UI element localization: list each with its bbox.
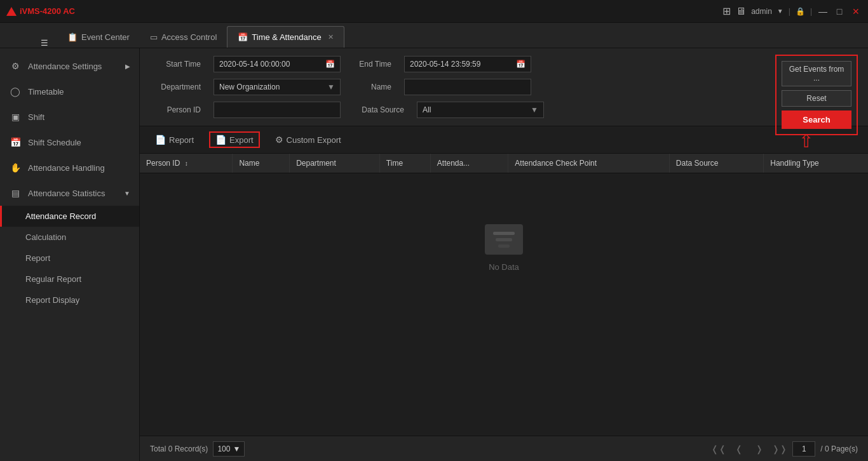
total-records: Total 0 Record(s) <box>150 444 208 453</box>
filter-row-3: Person ID Data Source All ▼ <box>150 102 858 118</box>
expand-arrow-statistics-icon: ▼ <box>124 190 130 197</box>
end-time-label: End Time <box>353 60 391 69</box>
shift-schedule-icon: 📅 <box>9 136 22 149</box>
last-page-button[interactable]: ❭❭ <box>772 441 787 457</box>
data-source-label: Data Source <box>353 105 404 114</box>
start-time-label: Start Time <box>150 60 201 69</box>
col-attendance[interactable]: Attenda... <box>430 154 508 173</box>
sidebar-item-report[interactable]: Report <box>0 248 139 269</box>
filter-bar: Start Time 2020-05-14 00:00:00 📅 End Tim… <box>140 48 868 126</box>
sidebar-item-shift[interactable]: ▣ Shift <box>0 104 139 130</box>
attendance-handling-icon: ✋ <box>9 161 22 174</box>
attendance-statistics-icon: ▤ <box>9 187 22 199</box>
action-panel: Get Events from ... Reset Search ⇧ <box>775 55 858 135</box>
shift-icon: ▣ <box>9 110 22 123</box>
export-button[interactable]: 📄 Export <box>209 131 260 148</box>
department-select[interactable]: New Organization ▼ <box>214 79 341 95</box>
col-check-point[interactable]: Attendance Check Point <box>508 154 669 173</box>
app-title: iVMS-4200 AC <box>20 6 75 16</box>
sidebar-item-calculation[interactable]: Calculation <box>0 227 139 248</box>
person-id-input[interactable] <box>214 102 341 118</box>
no-data-icon <box>485 224 523 255</box>
maximize-button[interactable]: □ <box>834 6 845 17</box>
data-table: Person ID ↕ Name Department Time Attenda… <box>140 154 868 173</box>
event-center-icon: 📋 <box>67 32 78 42</box>
filter-row-2: Department New Organization ▼ Name <box>150 79 858 95</box>
tab-event-center[interactable]: 📋 Event Center <box>57 26 140 48</box>
sidebar-item-regular-report[interactable]: Regular Report <box>0 269 139 290</box>
monitor-icon: 🖥 <box>736 6 746 17</box>
name-input[interactable] <box>404 79 531 95</box>
titlebar: iVMS-4200 AC ⊞ 🖥 admin ▼ | 🔒 | — □ ✕ <box>0 0 868 23</box>
filter-row-1: Start Time 2020-05-14 00:00:00 📅 End Tim… <box>150 56 858 72</box>
no-data-line1 <box>493 232 515 235</box>
access-control-icon: ▭ <box>150 32 158 42</box>
time-attendance-icon: 📅 <box>238 32 248 42</box>
sidebar-menu: ⚙ Attendance Settings ▶ ◯ Timetable ▣ Sh… <box>0 48 139 311</box>
start-time-input[interactable]: 2020-05-14 00:00:00 📅 <box>214 56 341 72</box>
lock-icon: 🔒 <box>796 7 805 16</box>
sidebar-item-attendance-record[interactable]: Attendance Record <box>0 206 139 227</box>
export-icon: 📄 <box>215 135 226 145</box>
end-time-input[interactable]: 2020-05-14 23:59:59 📅 <box>404 56 531 72</box>
get-events-button[interactable]: Get Events from ... <box>782 61 851 86</box>
user-dropdown-icon[interactable]: ▼ <box>777 8 783 15</box>
col-department[interactable]: Department <box>290 154 380 173</box>
per-page-dropdown-icon: ▼ <box>233 444 240 453</box>
no-data-line2 <box>496 238 512 241</box>
report-button[interactable]: 📄 Report <box>150 133 199 147</box>
first-page-button[interactable]: ❬❬ <box>711 441 726 457</box>
sidebar-item-attendance-settings[interactable]: ⚙ Attendance Settings ▶ <box>0 53 139 79</box>
sort-icon: ↕ <box>185 160 188 167</box>
custom-export-icon: ⚙ <box>275 135 283 145</box>
name-label: Name <box>353 83 391 91</box>
total-pages: / 0 Page(s) <box>820 444 858 453</box>
department-label: Department <box>150 83 201 91</box>
grid-icon: ⊞ <box>722 5 731 17</box>
tab-access-control[interactable]: ▭ Access Control <box>140 26 227 48</box>
report-icon: 📄 <box>155 135 166 145</box>
no-data-label: No Data <box>489 262 519 272</box>
window-controls: ⊞ 🖥 admin ▼ | 🔒 | — □ ✕ <box>722 5 862 17</box>
close-button[interactable]: ✕ <box>850 6 862 17</box>
minimize-button[interactable]: — <box>817 6 829 17</box>
per-page-select[interactable]: 100 ▼ <box>213 441 245 457</box>
content-area: Start Time 2020-05-14 00:00:00 📅 End Tim… <box>140 48 868 461</box>
expand-arrow-icon: ▶ <box>125 63 130 70</box>
tab-close-icon[interactable]: ✕ <box>328 33 334 41</box>
arrow-up-indicator: ⇧ <box>799 131 813 152</box>
table-header: Person ID ↕ Name Department Time Attenda… <box>140 154 868 173</box>
custom-export-button[interactable]: ⚙ Custom Export <box>270 133 346 147</box>
sidebar-item-report-display[interactable]: Report Display <box>0 290 139 311</box>
page-number-input[interactable] <box>792 441 815 457</box>
sidebar: ⚙ Attendance Settings ▶ ◯ Timetable ▣ Sh… <box>0 48 140 461</box>
next-page-button[interactable]: ❭ <box>752 441 767 457</box>
col-name[interactable]: Name <box>233 154 290 173</box>
sidebar-item-attendance-handling[interactable]: ✋ Attendance Handling <box>0 155 139 180</box>
col-time[interactable]: Time <box>379 154 430 173</box>
col-data-source[interactable]: Data Source <box>669 154 763 173</box>
timetable-icon: ◯ <box>9 85 22 98</box>
nav-tabs: ☰ 📋 Event Center ▭ Access Control 📅 Time… <box>0 23 868 48</box>
pagination: Total 0 Record(s) 100 ▼ ❬❬ ❬ ❭ ❭❭ / 0 Pa… <box>140 436 868 461</box>
reset-button[interactable]: Reset <box>782 90 851 107</box>
person-id-label: Person ID <box>150 105 201 114</box>
app-logo: iVMS-4200 AC <box>6 6 75 16</box>
data-source-select[interactable]: All ▼ <box>417 102 544 118</box>
table-area: Person ID ↕ Name Department Time Attenda… <box>140 154 868 436</box>
sidebar-item-attendance-statistics[interactable]: ▤ Attendance Statistics ▼ <box>0 180 139 206</box>
end-time-calendar-icon: 📅 <box>516 60 526 69</box>
department-dropdown-icon: ▼ <box>327 83 335 91</box>
prev-page-button[interactable]: ❬ <box>731 441 747 457</box>
attendance-settings-icon: ⚙ <box>9 60 22 72</box>
sidebar-toggle[interactable]: ☰ <box>32 38 57 48</box>
sidebar-item-timetable[interactable]: ◯ Timetable <box>0 79 139 104</box>
data-source-dropdown-icon: ▼ <box>531 105 538 114</box>
no-data-line3 <box>498 244 510 248</box>
col-person-id[interactable]: Person ID ↕ <box>140 154 233 173</box>
col-handling-type[interactable]: Handling Type <box>764 154 868 173</box>
tab-time-attendance[interactable]: 📅 Time & Attendance ✕ <box>227 26 344 48</box>
sidebar-item-shift-schedule[interactable]: 📅 Shift Schedule <box>0 130 139 155</box>
start-time-calendar-icon: 📅 <box>325 60 335 69</box>
search-button[interactable]: Search <box>782 110 851 129</box>
